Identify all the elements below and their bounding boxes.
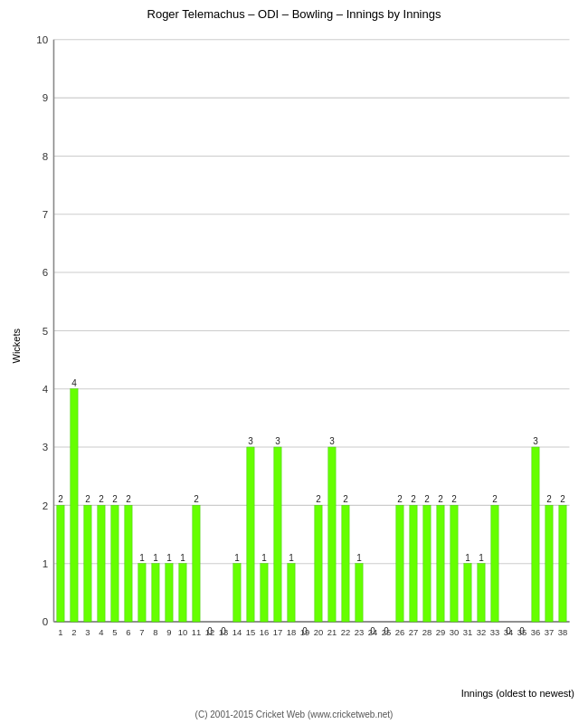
svg-rect-115 — [491, 505, 498, 622]
svg-text:1: 1 — [356, 553, 362, 563]
svg-rect-94 — [396, 505, 403, 622]
svg-rect-45 — [152, 564, 159, 622]
svg-rect-64 — [247, 447, 254, 622]
svg-text:32: 32 — [477, 627, 487, 637]
svg-text:12: 12 — [205, 627, 215, 637]
svg-rect-36 — [111, 505, 119, 622]
svg-rect-33 — [98, 505, 105, 622]
svg-text:27: 27 — [409, 627, 419, 637]
svg-text:14: 14 — [232, 627, 242, 637]
svg-text:36: 36 — [531, 627, 541, 637]
svg-text:2: 2 — [316, 494, 321, 504]
svg-text:1: 1 — [139, 553, 145, 563]
svg-text:2: 2 — [438, 494, 443, 504]
svg-text:2: 2 — [112, 494, 118, 504]
svg-text:22: 22 — [341, 627, 351, 637]
x-axis-label: Innings (oldest to newest) — [50, 688, 574, 699]
svg-text:19: 19 — [300, 627, 310, 637]
svg-rect-70 — [274, 447, 281, 622]
svg-rect-106 — [450, 505, 458, 622]
svg-text:26: 26 — [395, 627, 405, 637]
svg-text:1: 1 — [166, 553, 172, 563]
svg-rect-24 — [57, 505, 64, 622]
svg-rect-42 — [138, 564, 146, 622]
svg-text:2: 2 — [85, 494, 90, 504]
svg-text:20: 20 — [314, 627, 324, 637]
svg-text:9: 9 — [166, 627, 171, 637]
svg-text:2: 2 — [126, 494, 131, 504]
svg-text:7: 7 — [43, 209, 48, 220]
svg-text:1: 1 — [289, 553, 294, 563]
svg-text:4: 4 — [99, 627, 103, 637]
svg-text:5: 5 — [43, 326, 48, 337]
svg-rect-128 — [559, 505, 566, 622]
svg-text:2: 2 — [397, 494, 403, 504]
svg-text:2: 2 — [492, 494, 498, 504]
svg-text:2: 2 — [99, 494, 104, 504]
svg-text:37: 37 — [545, 627, 555, 637]
copyright: (C) 2001-2015 Cricket Web (www.cricketwe… — [0, 710, 588, 719]
svg-text:2: 2 — [546, 494, 552, 504]
svg-text:21: 21 — [327, 627, 337, 637]
svg-rect-97 — [410, 505, 417, 622]
svg-text:1: 1 — [180, 553, 185, 563]
svg-text:1: 1 — [261, 553, 267, 563]
svg-rect-30 — [84, 505, 91, 622]
svg-text:3: 3 — [85, 627, 90, 637]
svg-text:3: 3 — [275, 436, 280, 446]
svg-text:5: 5 — [112, 627, 117, 637]
svg-rect-87 — [356, 564, 363, 622]
svg-rect-67 — [261, 564, 268, 622]
svg-rect-125 — [545, 505, 553, 622]
svg-text:3: 3 — [248, 436, 253, 446]
svg-text:33: 33 — [490, 627, 500, 637]
svg-rect-122 — [532, 447, 539, 622]
svg-text:10: 10 — [178, 627, 188, 637]
svg-text:3: 3 — [43, 442, 48, 452]
svg-text:4: 4 — [43, 384, 49, 395]
svg-rect-51 — [179, 564, 186, 622]
svg-text:6: 6 — [43, 267, 48, 278]
svg-text:2: 2 — [560, 494, 565, 504]
chart-svg: 0123456789102142232425261718191102110120… — [27, 25, 579, 674]
y-axis-label: Wickets — [11, 329, 22, 364]
svg-text:15: 15 — [246, 627, 256, 637]
svg-text:25: 25 — [382, 627, 392, 637]
svg-text:3: 3 — [533, 436, 538, 446]
svg-text:2: 2 — [71, 627, 76, 637]
svg-text:8: 8 — [43, 151, 48, 162]
svg-rect-54 — [193, 505, 200, 622]
svg-text:35: 35 — [517, 627, 527, 637]
svg-rect-103 — [437, 505, 444, 622]
svg-text:28: 28 — [422, 627, 432, 637]
svg-text:1: 1 — [153, 553, 158, 563]
svg-text:7: 7 — [139, 627, 144, 637]
svg-text:30: 30 — [450, 627, 460, 637]
svg-rect-73 — [288, 564, 295, 622]
svg-rect-48 — [166, 564, 173, 622]
svg-rect-81 — [328, 447, 336, 622]
svg-text:1: 1 — [58, 627, 62, 637]
svg-text:13: 13 — [219, 627, 229, 637]
svg-text:1: 1 — [479, 553, 484, 563]
svg-rect-39 — [125, 505, 132, 622]
svg-text:4: 4 — [71, 378, 77, 388]
svg-rect-27 — [71, 389, 78, 622]
svg-text:6: 6 — [126, 627, 130, 637]
svg-text:24: 24 — [368, 627, 378, 637]
svg-rect-78 — [315, 505, 322, 622]
svg-text:11: 11 — [192, 627, 202, 637]
svg-text:1: 1 — [43, 558, 48, 569]
svg-text:2: 2 — [58, 494, 63, 504]
svg-text:2: 2 — [43, 500, 48, 511]
svg-text:9: 9 — [43, 92, 48, 103]
svg-rect-84 — [342, 505, 349, 622]
svg-text:0: 0 — [43, 616, 48, 627]
svg-rect-100 — [423, 505, 431, 622]
svg-text:31: 31 — [463, 627, 473, 637]
svg-text:10: 10 — [36, 34, 48, 45]
svg-text:38: 38 — [558, 627, 568, 637]
svg-text:8: 8 — [153, 627, 157, 637]
svg-text:2: 2 — [343, 494, 348, 504]
svg-text:23: 23 — [355, 627, 365, 637]
